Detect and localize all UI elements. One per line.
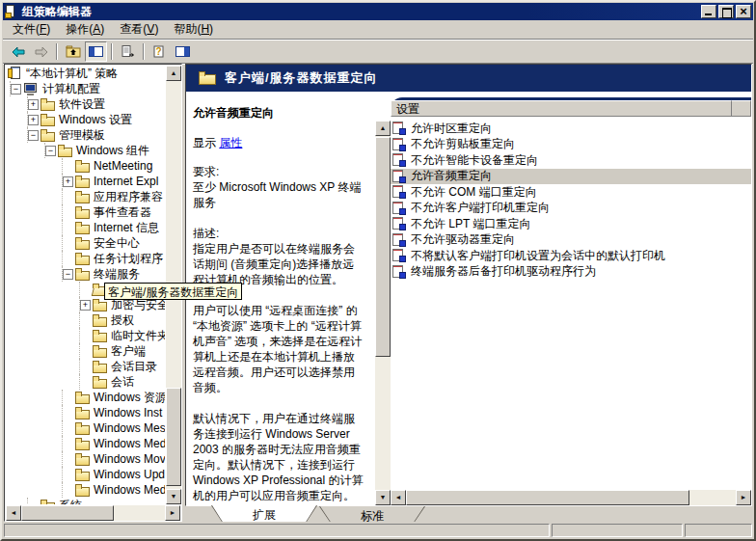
- toolbar-separator: [111, 43, 113, 60]
- tree-item[interactable]: Windows Medi: [6, 436, 165, 451]
- menu-item[interactable]: 查看(V): [112, 19, 166, 40]
- tree-indent: [6, 312, 80, 328]
- setting-row[interactable]: 不将默认客户端打印机设置为会话中的默认打印机: [391, 248, 751, 264]
- tree-item[interactable]: −Windows 组件: [6, 143, 165, 158]
- expand-icon[interactable]: +: [28, 99, 39, 110]
- tree-item-label: 系统: [59, 498, 82, 505]
- tree-horizontal-scrollbar[interactable]: ◄ ►: [6, 505, 180, 521]
- tree-indent: [6, 189, 63, 204]
- policy-setting-icon: [392, 265, 406, 279]
- setting-row[interactable]: 不允许 COM 端口重定向: [391, 184, 751, 201]
- scroll-thumb[interactable]: [375, 137, 391, 357]
- tree-item[interactable]: 应用程序兼容: [6, 189, 165, 204]
- status-pane: [685, 524, 752, 537]
- tree-item[interactable]: +Internet Expl: [6, 174, 165, 189]
- tree-item[interactable]: 临时文件夹: [6, 328, 165, 343]
- setting-row[interactable]: 不允许剪贴板重定向: [391, 137, 751, 153]
- banner: 客户端/服务器数据重定向: [186, 65, 751, 92]
- tree-item[interactable]: Windows Medi: [6, 482, 165, 498]
- scroll-left-button[interactable]: ◄: [391, 490, 406, 505]
- tree-item[interactable]: −终端服务: [6, 266, 165, 282]
- tree-item[interactable]: 授权: [6, 312, 165, 328]
- tree-item-tooltip: 客户端/服务器数据重定向: [104, 283, 242, 300]
- tree-item[interactable]: 任务计划程序: [6, 251, 165, 266]
- menu-item[interactable]: 帮助(H): [166, 19, 221, 40]
- menu-item[interactable]: 文件(F): [5, 19, 58, 40]
- tree-item-label: 任务计划程序: [94, 251, 163, 267]
- tree-item[interactable]: +软件设置: [6, 96, 165, 112]
- tree-item[interactable]: Windows Mess: [6, 420, 165, 436]
- minimize-button[interactable]: [701, 5, 716, 18]
- description-vertical-scrollbar[interactable]: ▲ ▼: [375, 121, 391, 505]
- show-hide-action-pane-button[interactable]: [172, 41, 194, 62]
- scroll-left-button[interactable]: ◄: [6, 505, 21, 521]
- settings-column-header[interactable]: 设置: [391, 100, 732, 117]
- tree-item[interactable]: Internet 信息: [6, 220, 165, 235]
- empty-column-header[interactable]: [732, 100, 751, 117]
- setting-row[interactable]: 不允许驱动器重定向: [391, 232, 751, 249]
- tree-item[interactable]: NetMeeting: [6, 158, 165, 174]
- up-one-level-button[interactable]: [62, 41, 84, 62]
- tree-item[interactable]: Windows Upda: [6, 467, 165, 482]
- expand-icon[interactable]: +: [80, 300, 91, 311]
- tree-item[interactable]: 安全中心: [6, 235, 165, 251]
- tree-item[interactable]: 会话: [6, 374, 165, 390]
- help-button[interactable]: ?: [148, 41, 171, 62]
- scroll-up-button[interactable]: ▲: [166, 66, 181, 81]
- setting-row[interactable]: 不允许智能卡设备重定向: [391, 152, 751, 169]
- tree-item[interactable]: +Windows 设置: [6, 112, 165, 127]
- menu-bar: 文件(F)操作(A)查看(V)帮助(H): [3, 20, 753, 40]
- up-folder-icon: [66, 45, 81, 58]
- tree-item[interactable]: Windows Movi: [6, 451, 165, 467]
- scroll-down-button[interactable]: ▼: [166, 489, 181, 504]
- close-button[interactable]: [736, 5, 751, 18]
- setting-label: 不允许客户端打印机重定向: [411, 200, 550, 216]
- tree-item[interactable]: 事件查看器: [6, 204, 165, 220]
- tree-item[interactable]: Windows Inst: [6, 405, 165, 420]
- app-icon: [5, 5, 18, 18]
- folder-icon: [75, 469, 90, 481]
- tree-item-label: Windows Upda: [94, 468, 165, 481]
- tree-item[interactable]: 系统: [6, 498, 165, 504]
- menu-item[interactable]: 操作(A): [58, 19, 112, 40]
- show-hide-console-tree-button[interactable]: [85, 41, 107, 62]
- collapse-icon[interactable]: −: [28, 130, 39, 141]
- scroll-right-button[interactable]: ►: [736, 490, 751, 505]
- scroll-thumb[interactable]: [21, 505, 114, 521]
- status-bar: [3, 522, 753, 538]
- scroll-thumb[interactable]: [166, 388, 181, 486]
- tree-item[interactable]: “本地计算机” 策略: [6, 66, 165, 81]
- setting-row[interactable]: 允许时区重定向: [391, 121, 751, 137]
- scroll-thumb[interactable]: [406, 490, 689, 505]
- scroll-down-button[interactable]: ▼: [375, 490, 391, 505]
- tree-item[interactable]: 客户端: [6, 343, 165, 359]
- tree-indent: [6, 251, 63, 266]
- collapse-icon[interactable]: −: [11, 84, 21, 95]
- forward-button[interactable]: [30, 41, 52, 62]
- setting-row[interactable]: 不允许客户端打印机重定向: [391, 201, 751, 217]
- list-horizontal-scrollbar[interactable]: ◄ ►: [391, 490, 751, 505]
- policy-setting-icon: [392, 170, 406, 183]
- setting-row[interactable]: 不允许 LPT 端口重定向: [391, 216, 751, 232]
- collapse-icon[interactable]: −: [63, 269, 73, 280]
- tree-item[interactable]: Windows 资源: [6, 390, 165, 405]
- tree-item[interactable]: −管理模板: [6, 127, 165, 143]
- scroll-right-button[interactable]: ►: [165, 505, 180, 521]
- tree-item[interactable]: 会话目录: [6, 359, 165, 374]
- settings-list-header: 设置: [391, 100, 751, 117]
- tree-item[interactable]: −计算机配置: [6, 81, 165, 96]
- back-button[interactable]: [7, 41, 29, 62]
- tree-item-label: Windows Inst: [94, 406, 162, 419]
- properties-link[interactable]: 属性: [219, 136, 242, 149]
- export-list-button[interactable]: [117, 41, 139, 62]
- scroll-up-button[interactable]: ▲: [375, 121, 391, 136]
- expand-icon[interactable]: +: [28, 115, 39, 125]
- tree-indent: [6, 174, 63, 189]
- collapse-icon[interactable]: −: [45, 146, 56, 156]
- expand-icon[interactable]: +: [63, 176, 73, 187]
- results-pane: 客户端/服务器数据重定向 允许音频重定向 显示 属性 要求: 至少 Micros…: [185, 64, 752, 506]
- forward-arrow-icon: [35, 46, 48, 58]
- maximize-button[interactable]: [718, 5, 734, 18]
- setting-row[interactable]: 允许音频重定向: [391, 169, 751, 185]
- setting-row[interactable]: 终端服务器后备打印机驱动程序行为: [391, 264, 751, 281]
